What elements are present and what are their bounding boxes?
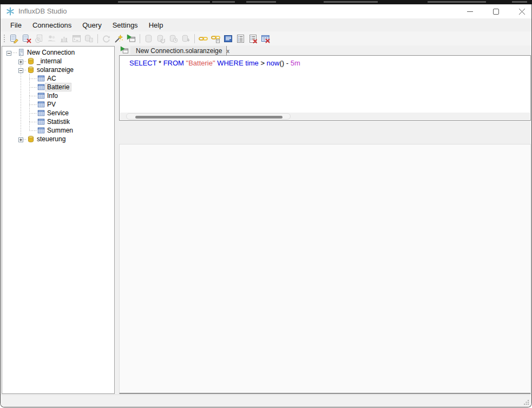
delete-connection-icon[interactable] — [21, 32, 33, 44]
tree-item-label: _internal — [35, 57, 63, 65]
resize-grip-icon[interactable] — [523, 399, 529, 405]
collapse-icon[interactable] — [18, 67, 23, 72]
query-token-plain: > — [259, 59, 267, 67]
table-icon — [37, 83, 45, 91]
document-view-icon — [224, 34, 233, 43]
run-query-icon — [127, 34, 136, 43]
menu-settings[interactable]: Settings — [107, 19, 143, 31]
tree-item-label: Statistik — [45, 118, 71, 126]
menu-help[interactable]: Help — [143, 19, 169, 31]
link-page-icon — [211, 34, 220, 43]
influxdb-logo-icon — [6, 7, 15, 16]
tree-item-ac[interactable]: AC — [2, 74, 114, 83]
expand-icon[interactable] — [18, 136, 23, 141]
table-icon — [37, 92, 45, 100]
background-window-text-fragment — [118, 1, 210, 3]
link-page-icon[interactable] — [209, 32, 222, 44]
tree-item-steuerung[interactable]: steuerung — [2, 135, 114, 143]
database-export-icon — [180, 32, 192, 44]
main-area: New Connection_internalsolaranzeigeACBat… — [1, 45, 531, 395]
menu-query[interactable]: Query — [77, 19, 107, 31]
clear-list-icon[interactable] — [247, 32, 259, 44]
link-icon — [199, 34, 208, 43]
stats-icon — [60, 34, 69, 43]
menu-connections[interactable]: Connections — [27, 19, 77, 31]
database-icon — [142, 32, 155, 44]
close-icon — [519, 9, 525, 15]
background-window-strip — [0, 0, 532, 4]
scrollbar-track[interactable] — [126, 113, 291, 120]
toolbar-separator — [97, 34, 98, 43]
tab-label: New Connection.solaranzeige — [136, 47, 222, 55]
table-icon — [37, 109, 45, 117]
toolbar-grip[interactable] — [3, 34, 5, 43]
tree-item-summen[interactable]: Summen — [2, 126, 114, 135]
database-icon — [144, 34, 153, 43]
database-retention-icon — [169, 34, 178, 43]
database-retention-icon — [167, 32, 180, 44]
background-window-text-fragment — [246, 1, 276, 3]
minimize-button[interactable] — [467, 9, 473, 15]
tab-close-button[interactable]: x — [222, 48, 229, 54]
tree-item-label: Batterie — [45, 83, 71, 91]
tree-connector — [29, 96, 37, 96]
tree-item-new-connection[interactable]: New Connection — [2, 48, 114, 57]
close-button[interactable] — [519, 9, 525, 15]
refresh-database-icon — [156, 34, 166, 43]
database-icon — [27, 135, 35, 143]
query-token-keyword: time — [245, 59, 259, 67]
tree-item-service[interactable]: Service — [2, 109, 114, 117]
document-view-icon[interactable] — [222, 32, 234, 44]
query-editor[interactable]: SELECT * FROM "Batterie" WHERE time > no… — [119, 55, 531, 121]
expand-icon[interactable] — [18, 58, 23, 63]
maximize-button[interactable] — [493, 9, 499, 15]
toolbar-separator — [194, 34, 195, 43]
tree-item-label: Service — [45, 109, 70, 117]
menu-file[interactable]: File — [5, 19, 27, 31]
edit-connection-icon[interactable] — [8, 32, 21, 44]
query-token-keyword: WHERE — [217, 59, 243, 67]
link-icon[interactable] — [197, 32, 209, 44]
scrollbar-thumb[interactable] — [135, 116, 283, 119]
query-area: New Connection.solaranzeige x SELECT * F… — [119, 45, 531, 395]
refresh-icon — [100, 32, 113, 44]
tree-item-solaranzeige[interactable]: solaranzeige — [2, 65, 114, 74]
console-icon — [70, 32, 83, 44]
editor-horizontal-scrollbar — [120, 113, 530, 120]
query-token-keyword: FROM — [163, 59, 184, 67]
table-icon — [37, 118, 45, 126]
database-export-icon — [181, 34, 191, 43]
table-icon — [37, 101, 45, 108]
tree-item-label: Summen — [45, 127, 75, 134]
edit-connection-icon — [10, 34, 19, 43]
query-history-icon — [33, 32, 45, 44]
run-query-icon[interactable] — [125, 32, 137, 44]
continuous-queries-icon — [84, 34, 94, 43]
tree-item-batterie[interactable]: Batterie — [2, 83, 114, 91]
tree-item-info[interactable]: Info — [2, 91, 114, 100]
tree-connector — [29, 122, 37, 122]
list-view-icon[interactable] — [234, 32, 247, 44]
query-history-icon — [35, 34, 44, 43]
results-panel[interactable] — [119, 144, 531, 394]
status-bar — [1, 394, 531, 407]
list-view-icon — [236, 34, 245, 43]
database-icon — [27, 57, 35, 65]
background-window-text-fragment — [428, 1, 486, 3]
stats-icon — [58, 32, 70, 44]
tab-query[interactable]: New Connection.solaranzeige x — [130, 46, 227, 55]
tree-item-statistik[interactable]: Statistik — [2, 117, 114, 126]
tree-item-internal[interactable]: _internal — [2, 57, 114, 65]
new-query-icon[interactable] — [113, 32, 125, 44]
clear-table-icon — [261, 34, 270, 43]
run-query-tab-icon — [120, 46, 129, 55]
tab-strip: New Connection.solaranzeige x — [119, 46, 531, 55]
clear-table-icon[interactable] — [259, 32, 272, 44]
collapse-icon[interactable] — [6, 50, 11, 55]
continuous-queries-icon — [83, 32, 95, 44]
minimize-icon — [467, 9, 473, 15]
tree-item-pv[interactable]: PV — [2, 100, 114, 109]
user-admin-icon — [45, 32, 58, 44]
window-title: InfluxDB Studio — [18, 4, 67, 18]
toolbar — [1, 31, 531, 45]
